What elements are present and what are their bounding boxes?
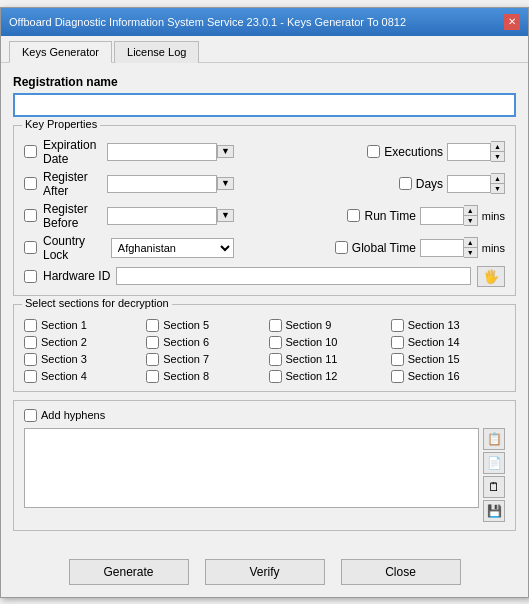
section-item: Section 6 (146, 336, 260, 349)
tab-keys-generator[interactable]: Keys Generator (9, 41, 112, 63)
run-time-up[interactable]: ▲ (464, 206, 477, 216)
add-hyphens-label: Add hyphens (41, 409, 105, 421)
section-checkbox-5[interactable] (24, 336, 37, 349)
section-item: Section 12 (269, 370, 383, 383)
key-properties-group: Key Properties Expiration Date 10/ 5/202… (13, 125, 516, 296)
executions-label: Executions (384, 145, 443, 159)
days-checkbox[interactable] (399, 177, 412, 190)
section-checkbox-8[interactable] (391, 336, 404, 349)
section-item: Section 3 (24, 353, 138, 366)
sections-grid: Section 1Section 5Section 9Section 13Sec… (24, 319, 505, 383)
register-after-checkbox[interactable] (24, 177, 37, 190)
bottom-buttons: Generate Verify Close (1, 551, 528, 597)
executions-input-wrapper: 100 ▲ ▼ (447, 141, 505, 162)
reg-key-group: Add hyphens 📋 📄 🗒 💾 (13, 400, 516, 531)
hardware-id-scan-button[interactable]: 🖐 (477, 266, 505, 287)
reg-key-textarea[interactable] (24, 428, 479, 508)
run-time-unit: mins (482, 210, 505, 222)
hardware-id-input[interactable] (116, 267, 471, 285)
run-time-input[interactable]: 10 (420, 207, 464, 225)
section-checkbox-16[interactable] (391, 370, 404, 383)
days-label: Days (416, 177, 443, 191)
section-checkbox-1[interactable] (24, 319, 37, 332)
tab-bar: Keys Generator License Log (1, 36, 528, 63)
reg-name-input[interactable] (13, 93, 516, 117)
section-checkbox-12[interactable] (391, 353, 404, 366)
section-item: Section 14 (391, 336, 505, 349)
register-after-input[interactable]: 10/ 5/2023 (107, 175, 217, 193)
days-right: Days 30 ▲ ▼ (399, 173, 505, 194)
expiration-date-picker[interactable]: ▼ (217, 145, 234, 158)
global-time-input[interactable]: 60 (420, 239, 464, 257)
executions-spinner[interactable]: ▲ ▼ (491, 141, 505, 162)
global-time-spinner[interactable]: ▲ ▼ (464, 237, 478, 258)
sections-group: Select sections for decryption Section 1… (13, 304, 516, 392)
register-before-picker[interactable]: ▼ (217, 209, 234, 222)
section-checkbox-4[interactable] (391, 319, 404, 332)
days-spinner[interactable]: ▲ ▼ (491, 173, 505, 194)
global-time-checkbox[interactable] (335, 241, 348, 254)
global-time-input-wrapper: 60 ▲ ▼ (420, 237, 478, 258)
country-select[interactable]: Afghanistan (111, 238, 234, 258)
sections-group-label: Select sections for decryption (22, 297, 172, 309)
global-time-down[interactable]: ▼ (464, 248, 477, 257)
expiration-row: Expiration Date 10/ 5/2023 ▼ Executions … (24, 138, 505, 166)
register-after-label: Register After (43, 170, 101, 198)
days-up[interactable]: ▲ (491, 174, 504, 184)
tab-license-log[interactable]: License Log (114, 41, 199, 63)
section-checkbox-15[interactable] (269, 370, 282, 383)
executions-up[interactable]: ▲ (491, 142, 504, 152)
register-before-checkbox[interactable] (24, 209, 37, 222)
run-time-checkbox[interactable] (347, 209, 360, 222)
section-checkbox-7[interactable] (269, 336, 282, 349)
country-lock-left: Country Lock Afghanistan (24, 234, 234, 262)
section-item: Section 7 (146, 353, 260, 366)
expiration-date-input[interactable]: 10/ 5/2023 (107, 143, 217, 161)
section-item: Section 8 (146, 370, 260, 383)
close-window-button[interactable]: ✕ (504, 14, 520, 30)
hardware-id-checkbox[interactable] (24, 270, 37, 283)
executions-checkbox[interactable] (367, 145, 380, 158)
global-time-up[interactable]: ▲ (464, 238, 477, 248)
expiration-date-checkbox[interactable] (24, 145, 37, 158)
hardware-id-label: Hardware ID (43, 269, 110, 283)
add-key-button[interactable]: 🗒 (483, 476, 505, 498)
register-before-input[interactable]: 10/ 5/2023 (107, 207, 217, 225)
copy-key-button[interactable]: 📄 (483, 452, 505, 474)
section-item: Section 10 (269, 336, 383, 349)
section-checkbox-6[interactable] (146, 336, 159, 349)
days-down[interactable]: ▼ (491, 184, 504, 193)
run-time-spinner[interactable]: ▲ ▼ (464, 205, 478, 226)
copy-text-button[interactable]: 📋 (483, 428, 505, 450)
executions-input[interactable]: 100 (447, 143, 491, 161)
section-checkbox-13[interactable] (24, 370, 37, 383)
section-checkbox-10[interactable] (146, 353, 159, 366)
save-key-button[interactable]: 💾 (483, 500, 505, 522)
register-after-picker[interactable]: ▼ (217, 177, 234, 190)
section-checkbox-3[interactable] (269, 319, 282, 332)
run-time-input-wrapper: 10 ▲ ▼ (420, 205, 478, 226)
close-button[interactable]: Close (341, 559, 461, 585)
add-hyphens-checkbox[interactable] (24, 409, 37, 422)
section-checkbox-9[interactable] (24, 353, 37, 366)
add-hyphens-row: Add hyphens (24, 409, 505, 422)
section-checkbox-11[interactable] (269, 353, 282, 366)
days-input-wrapper: 30 ▲ ▼ (447, 173, 505, 194)
key-properties-label: Key Properties (22, 118, 100, 130)
section-item: Section 5 (146, 319, 260, 332)
section-item: Section 4 (24, 370, 138, 383)
register-after-left: Register After 10/ 5/2023 ▼ (24, 170, 234, 198)
country-lock-label: Country Lock (43, 234, 105, 262)
global-time-unit: mins (482, 242, 505, 254)
section-checkbox-2[interactable] (146, 319, 159, 332)
global-time-label: Global Time (352, 241, 416, 255)
generate-button[interactable]: Generate (69, 559, 189, 585)
register-after-row: Register After 10/ 5/2023 ▼ Days 30 ▲ (24, 170, 505, 198)
executions-down[interactable]: ▼ (491, 152, 504, 161)
verify-button[interactable]: Verify (205, 559, 325, 585)
days-input[interactable]: 30 (447, 175, 491, 193)
register-before-date-wrapper: 10/ 5/2023 ▼ (107, 207, 234, 225)
country-lock-checkbox[interactable] (24, 241, 37, 254)
section-checkbox-14[interactable] (146, 370, 159, 383)
run-time-down[interactable]: ▼ (464, 216, 477, 225)
